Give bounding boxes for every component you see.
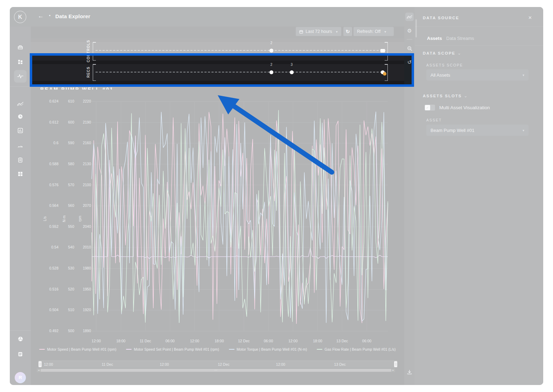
y-tick-label: 2190	[70, 120, 91, 124]
close-icon[interactable]: ✕	[528, 15, 532, 20]
trend-mode-icon[interactable]	[405, 13, 414, 21]
multi-asset-toggle[interactable]: ✓	[425, 105, 435, 111]
sidebar-item-dashboard-grid-icon[interactable]	[14, 56, 27, 68]
sidebar-divider	[10, 86, 31, 87]
x-tick-label: 12:00	[92, 339, 101, 343]
sidebar-item-assets-tray-icon[interactable]	[14, 41, 27, 54]
scrollbar-left-arrow-icon[interactable]: ◄	[37, 369, 40, 372]
asset-value: Beam Pump Well #01	[430, 128, 475, 133]
x-tick-label: 06:00	[166, 339, 175, 343]
scrubber-left-handle[interactable]	[38, 361, 42, 367]
legend-item[interactable]: Motor Torque | Beam Pump Well #01 (N·m)	[229, 347, 307, 351]
scrubber-right-handle[interactable]	[394, 361, 397, 367]
assets-scope-value: All Assets	[430, 72, 450, 78]
legend-label: Motor Torque | Beam Pump Well #01 (N·m)	[237, 347, 307, 351]
y-axis-unit-label: N·m	[62, 216, 66, 222]
x-tick-label: 18:00	[116, 339, 125, 343]
timeline-scrubber[interactable]: 12:0011 Dec12:0012 Dec12:0013 Dec	[38, 360, 397, 368]
legend-swatch	[39, 349, 45, 350]
legend-item[interactable]: Gas Flow Rate | Beam Pump Well #01 (L/s)	[317, 347, 396, 351]
refresh-mode-label: Refresh: Off	[357, 29, 380, 34]
x-tick-label: 12 Dec	[238, 339, 250, 343]
sidebar-item-history-clock-icon[interactable]	[14, 110, 27, 123]
refresh-mode-button[interactable]: Refresh: Off ▾	[354, 27, 394, 36]
assets-scope-select[interactable]: All Assets ▾	[426, 69, 528, 80]
sidebar-item-bar-chart-icon[interactable]	[14, 124, 27, 137]
y-axis-unit-label: L/s	[43, 216, 47, 221]
user-avatar[interactable]: R	[15, 372, 26, 383]
recs-track-line[interactable]: 23	[96, 72, 386, 72]
assets-scope-label: ASSETS SCOPE	[426, 63, 463, 67]
y-tick-label: 1950	[70, 287, 91, 291]
y-tick-label: 1920	[70, 308, 91, 312]
screenshot-stage: { "window": { "title": "Data Explorer", …	[0, 0, 553, 392]
chart-toolbar: ⚙ ↺	[404, 7, 415, 385]
time-range-button[interactable]: Last 72 hours ▾	[296, 27, 341, 36]
timeline-scrollbar[interactable]: ◄ ►	[37, 369, 395, 372]
x-tick-label: 13 Dec	[336, 339, 348, 343]
sidebar-item-network-hub-icon[interactable]	[14, 332, 27, 345]
y-tick-label: 1890	[70, 329, 91, 333]
legend-label: Motor Speed | Beam Pump Well #01 (rpm)	[47, 347, 116, 351]
panel-divider	[415, 26, 543, 27]
x-tick-label: 06:00	[264, 339, 273, 343]
legend-swatch	[126, 349, 132, 350]
scrollbar-grip	[215, 370, 218, 371]
y-tick-label: 2220	[70, 99, 91, 103]
recs-left-bracket	[93, 64, 96, 81]
reset-view-icon[interactable]: ↺	[405, 58, 414, 66]
chart-legend: Motor Speed | Beam Pump Well #01 (rpm)Mo…	[31, 347, 404, 351]
chevron-down-icon: ⌄	[457, 51, 462, 55]
track-marker-count: 3	[291, 63, 293, 66]
tracks-zone: CONTROLS 2 RECS 23	[31, 38, 404, 88]
asset-select[interactable]: Beam Pump Well #01 ▾	[426, 125, 528, 136]
controls-track-line[interactable]: 2	[96, 50, 386, 51]
tab-data-streams[interactable]: Data Streams	[446, 36, 474, 41]
sidebar-item-apps-grid-icon[interactable]	[14, 168, 27, 180]
timeline-label: 12:00	[160, 362, 169, 366]
toolbar-divider	[407, 39, 412, 40]
track-end-orange-marker[interactable]	[383, 72, 386, 76]
legend-item[interactable]: Motor Speed | Beam Pump Well #01 (rpm)	[39, 347, 116, 351]
back-arrow-icon[interactable]: ←	[38, 13, 44, 20]
sidebar-item-trend-lines-icon[interactable]	[14, 98, 27, 110]
scrollbar-right-arrow-icon[interactable]: ►	[392, 369, 394, 372]
timeline-label: 13 Dec	[334, 362, 346, 366]
track-marker-count: 2	[271, 41, 273, 45]
scrollbar-thumb[interactable]	[41, 369, 391, 372]
toggle-check-icon: ✓	[425, 105, 430, 110]
download-icon[interactable]	[405, 368, 414, 376]
recs-track-label: RECS	[86, 66, 90, 78]
panel-scrollbar[interactable]	[415, 19, 417, 37]
sidebar-item-activity-pulse-icon[interactable]	[14, 70, 27, 83]
y-tick-label: 1980	[70, 266, 91, 270]
legend-swatch	[317, 349, 322, 350]
timeline-label: 12:00	[276, 362, 285, 366]
sidebar-item-log-document-icon[interactable]	[14, 348, 27, 360]
track-marker-count: 2	[271, 63, 273, 66]
sidebar-item-route-squiggle-icon[interactable]	[14, 140, 27, 152]
timeline-label: 11 Dec	[102, 362, 113, 366]
legend-item[interactable]: Motor Speed Set Point | Beam Pump Well #…	[126, 347, 219, 351]
app-window: K ← • Data Explorer	[10, 7, 543, 385]
calendar-icon	[299, 30, 303, 34]
zoom-out-icon[interactable]	[405, 44, 414, 52]
track-end-square-marker[interactable]	[380, 49, 385, 52]
y-tick-label: 2130	[70, 162, 91, 166]
sidebar-divider	[10, 330, 31, 331]
chevron-down-icon: ▾	[384, 30, 386, 34]
timeline-label: 12:00	[44, 362, 53, 366]
multi-asset-label: Multi Asset Visualization	[439, 105, 490, 110]
tab-assets[interactable]: Assets	[427, 36, 442, 41]
section-assets-slots[interactable]: ASSETS SLOTS⌄	[423, 93, 468, 98]
brand-logo-icon[interactable]: K	[14, 11, 26, 23]
section-data-scope[interactable]: DATA SCOPE⌄	[423, 51, 462, 56]
controls-right-bracket	[385, 42, 388, 61]
sidebar-item-clipboard-icon[interactable]	[14, 154, 27, 166]
title-bullet: •	[49, 13, 50, 18]
x-tick-label: 06:00	[362, 339, 371, 343]
refresh-button[interactable]: ↻	[343, 27, 352, 36]
settings-gear-icon[interactable]: ⚙	[405, 27, 414, 35]
asset-label: ASSET	[426, 118, 442, 122]
line-chart-plot[interactable]	[92, 102, 388, 331]
